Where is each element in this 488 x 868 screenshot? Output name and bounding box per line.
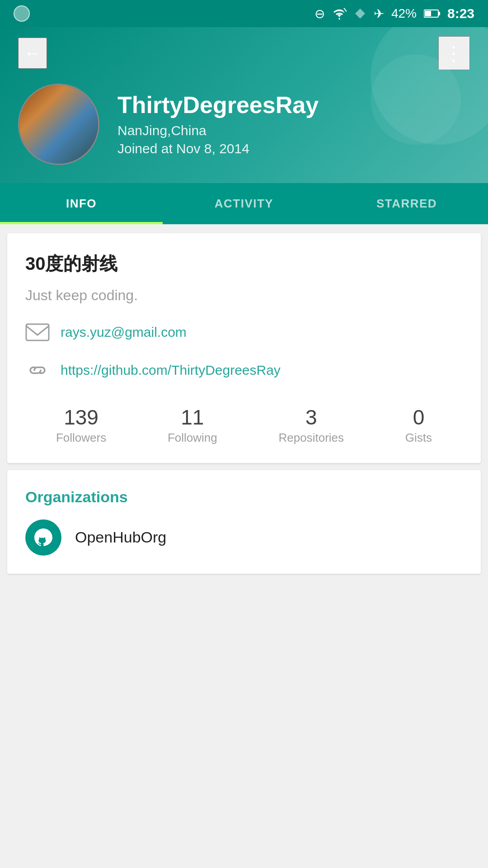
status-bar: ⊖ ✈ 42% 8:23 <box>0 0 488 27</box>
repositories-label: Repositories <box>279 431 344 445</box>
repositories-stat[interactable]: 3 Repositories <box>279 406 344 445</box>
info-card: 30度的射线 Just keep coding. rays.yuz@gmail.… <box>7 233 481 463</box>
profile-info: ThirtyDegreesRay NanJing,China Joined at… <box>117 92 470 156</box>
organizations-card: Organizations OpenHubOrg <box>7 470 481 574</box>
followers-label: Followers <box>56 431 106 445</box>
profile-row: ThirtyDegreesRay NanJing,China Joined at… <box>18 84 470 183</box>
svg-rect-3 <box>438 12 440 15</box>
link-icon <box>25 358 50 382</box>
followers-stat[interactable]: 139 Followers <box>56 406 106 445</box>
profile-header: ← ⋮ ThirtyDegreesRay NanJing,China Joine… <box>0 27 488 183</box>
back-button[interactable]: ← <box>18 38 47 69</box>
following-count: 11 <box>168 406 217 429</box>
bio-description: Just keep coding. <box>25 287 463 304</box>
nav-row: ← ⋮ <box>18 36 470 70</box>
gists-stat[interactable]: 0 Gists <box>405 406 432 445</box>
tab-activity[interactable]: ACTIVITY <box>163 183 325 224</box>
bio-chinese-name: 30度的射线 <box>25 251 463 276</box>
svg-rect-5 <box>26 324 49 340</box>
airplane-icon: ✈ <box>374 6 384 21</box>
do-not-disturb-icon: ⊖ <box>314 6 325 21</box>
status-right: ⊖ ✈ 42% 8:23 <box>314 6 474 21</box>
gists-count: 0 <box>405 406 432 429</box>
repositories-count: 3 <box>279 406 344 429</box>
avatar-image <box>19 85 98 164</box>
stats-row: 139 Followers 11 Following 3 Repositorie… <box>25 399 463 445</box>
content-area: 30度的射线 Just keep coding. rays.yuz@gmail.… <box>0 224 488 590</box>
organizations-title: Organizations <box>25 488 463 506</box>
org-avatar <box>25 519 61 556</box>
following-label: Following <box>168 431 217 445</box>
email-row: rays.yuz@gmail.com <box>25 320 463 344</box>
following-stat[interactable]: 11 Following <box>168 406 217 445</box>
battery-icon <box>424 9 440 18</box>
github-url-row: https://github.com/ThirtyDegreesRay <box>25 358 463 382</box>
profile-username: ThirtyDegreesRay <box>117 92 470 118</box>
email-link[interactable]: rays.yuz@gmail.com <box>61 325 187 340</box>
followers-count: 139 <box>56 406 106 429</box>
org-item[interactable]: OpenHubOrg <box>25 519 463 556</box>
github-cat-icon <box>32 526 55 549</box>
tabs-bar: INFO ACTIVITY STARRED <box>0 183 488 224</box>
gists-label: Gists <box>405 431 432 445</box>
status-indicator <box>14 5 30 22</box>
more-button[interactable]: ⋮ <box>438 36 470 70</box>
tab-info[interactable]: INFO <box>0 183 163 224</box>
svg-rect-4 <box>425 11 431 16</box>
status-left <box>14 5 30 22</box>
wifi-icon <box>332 7 347 20</box>
notification-icon <box>354 7 366 20</box>
profile-joined: Joined at Nov 8, 2014 <box>117 141 470 156</box>
email-icon <box>25 320 50 344</box>
avatar <box>18 84 99 165</box>
profile-location: NanJing,China <box>117 123 470 138</box>
battery-percentage: 42% <box>391 6 417 21</box>
tab-starred[interactable]: STARRED <box>325 183 488 224</box>
github-profile-link[interactable]: https://github.com/ThirtyDegreesRay <box>61 363 281 378</box>
status-time: 8:23 <box>447 6 474 21</box>
org-name: OpenHubOrg <box>75 528 166 546</box>
